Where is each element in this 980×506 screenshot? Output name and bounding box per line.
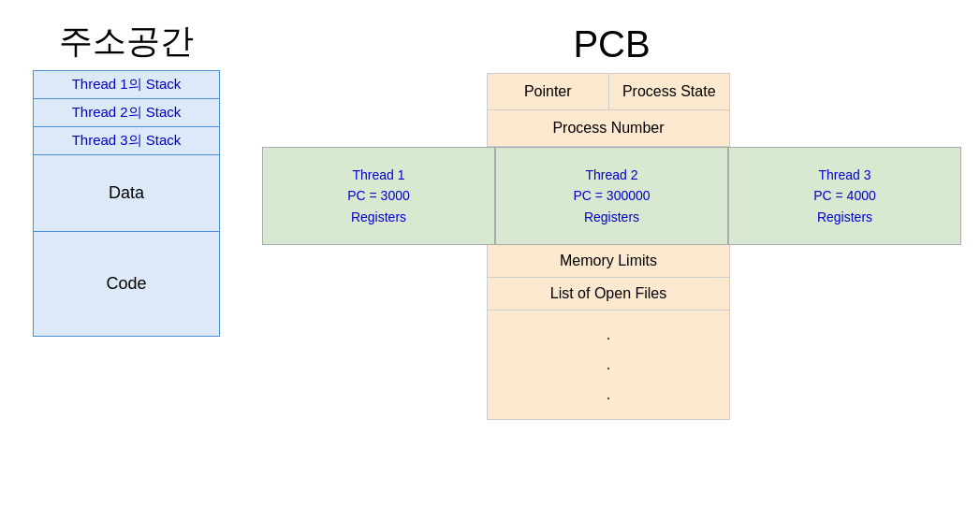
code-section: Code (33, 232, 220, 337)
thread-3-pc: PC = 4000 (813, 188, 876, 203)
pcb-row-pointer-state: Pointer Process State (488, 74, 729, 110)
dot-2: . (607, 356, 610, 372)
thread-2-name: Thread 2 (585, 167, 637, 182)
thread-3-name: Thread 3 (818, 167, 870, 182)
thread-3-cell: Thread 3 PC = 4000 Registers (728, 147, 961, 245)
thread-1-name: Thread 1 (352, 167, 404, 182)
threads-row: Thread 1 PC = 3000 Registers Thread 2 PC… (262, 147, 961, 245)
pcb-section: PCB Pointer Process State Process Number… (262, 19, 961, 420)
thread-1-registers: Registers (351, 210, 406, 224)
threads-wrapper: Thread 1 PC = 3000 Registers Thread 2 PC… (262, 147, 961, 245)
stack-1: Thread 1의 Stack (33, 70, 220, 99)
data-section: Data (33, 155, 220, 232)
pcb-memory-limits: Memory Limits (488, 245, 729, 278)
pcb-state-cell: Process State (609, 74, 730, 109)
thread-2-cell: Thread 2 PC = 300000 Registers (495, 147, 728, 245)
thread-2-pc: PC = 300000 (573, 188, 650, 203)
pcb-bottom: Memory Limits List of Open Files . . . (487, 245, 730, 420)
stack-3: Thread 3의 Stack (33, 127, 220, 155)
thread-1-pc: PC = 3000 (347, 188, 410, 203)
pcb-table: Pointer Process State Process Number Thr… (262, 73, 961, 420)
pcb-top: Pointer Process State Process Number (487, 73, 730, 147)
main-container: 주소공간 Thread 1의 Stack Thread 2의 Stack Thr… (19, 9, 961, 420)
pcb-dots: . . . (488, 311, 729, 419)
dot-1: . (607, 326, 610, 342)
stack-2: Thread 2의 Stack (33, 99, 220, 127)
address-space-title: 주소공간 (59, 19, 194, 65)
pcb-process-number: Process Number (488, 110, 729, 146)
thread-1-cell: Thread 1 PC = 3000 Registers (262, 147, 495, 245)
dot-3: . (607, 386, 610, 402)
thread-2-registers: Registers (584, 210, 639, 224)
thread-3-registers: Registers (817, 210, 872, 224)
address-space: 주소공간 Thread 1의 Stack Thread 2의 Stack Thr… (19, 19, 234, 337)
pcb-open-files: List of Open Files (488, 278, 729, 311)
pcb-title: PCB (573, 23, 650, 65)
pcb-pointer-cell: Pointer (488, 74, 609, 109)
